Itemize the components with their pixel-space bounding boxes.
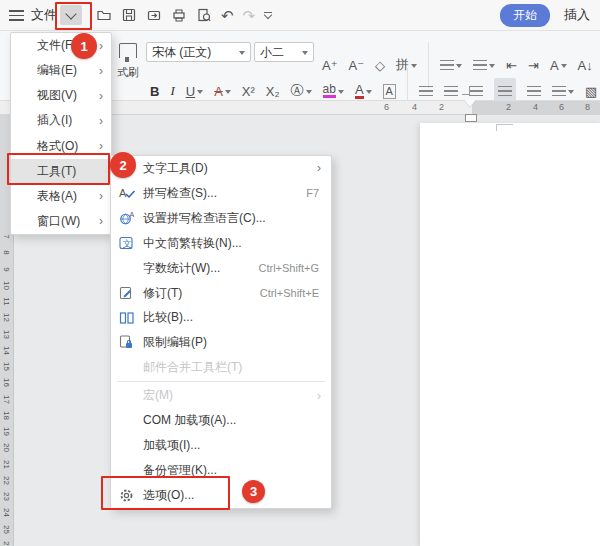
file-menu-item-4[interactable]: 格式(O)› [11, 134, 111, 159]
tools-submenu-item-13[interactable]: 备份管理(K)... [111, 458, 331, 483]
underline-button[interactable]: U [186, 81, 203, 101]
svg-text:A: A [119, 187, 127, 199]
font-size-value: 小二 [260, 44, 284, 61]
font-color-button[interactable]: A [355, 81, 372, 101]
tools-submenu-item-14[interactable]: 选项(O)... [111, 483, 331, 508]
text-boundary-corner-mark [496, 124, 513, 131]
save-icon[interactable] [121, 7, 137, 23]
tools-submenu-item-label: 限制编辑(P) [143, 334, 207, 351]
file-menu-button[interactable]: 文件 [31, 6, 57, 24]
subscript-button[interactable]: X₂ [266, 81, 280, 101]
file-menu-item-7[interactable]: 窗口(W)› [11, 209, 111, 234]
tools-submenu-item-label: 修订(T) [143, 285, 182, 302]
chinese-convert-icon: 文 [119, 235, 141, 251]
file-dropdown-chevron-icon [65, 8, 76, 19]
file-menu-item-label: 表格(A) [37, 188, 77, 205]
vruler-number: 20 [2, 441, 11, 454]
shading-glyph: ▧ [585, 84, 597, 99]
spell-check-icon: A [119, 185, 141, 201]
align-left-button[interactable] [419, 81, 433, 101]
char-effect-button[interactable]: Ⓐ [291, 81, 312, 101]
submenu-arrow-icon: › [99, 190, 103, 202]
format-painter-button[interactable]: 式刷 [108, 43, 148, 80]
tools-submenu-item-label: 文字工具(D) [143, 160, 208, 177]
tools-submenu-item-11[interactable]: COM 加载项(A)... [111, 408, 331, 433]
tools-submenu-item-4[interactable]: 字数统计(W)...Ctrl+Shift+G [111, 256, 331, 281]
no-icon [119, 388, 141, 404]
no-icon [119, 260, 141, 276]
vruler-number: 14 [2, 344, 11, 357]
align-right-icon [469, 86, 483, 96]
tools-submenu-item-5[interactable]: 修订(T)Ctrl+Shift+E [111, 281, 331, 306]
vruler-number: 24 [2, 506, 11, 519]
submenu-arrow-icon: › [99, 215, 103, 227]
align-left-icon [419, 86, 433, 96]
left-indent-icon[interactable] [465, 114, 477, 122]
vruler-number: 10 [2, 279, 11, 292]
track-changes-icon [119, 285, 141, 301]
tools-submenu-item-3[interactable]: 文中文简繁转换(N)... [111, 231, 331, 256]
submenu-arrow-icon: › [99, 140, 103, 152]
menu-icon[interactable] [9, 10, 24, 21]
insert-tab[interactable]: 插入 [564, 6, 590, 24]
vruler-number: 23 [2, 490, 11, 503]
step-badge-3: 3 [242, 480, 265, 503]
superscript-button[interactable]: X² [242, 81, 255, 101]
tools-submenu-item-label: 设置拼写检查语言(C)... [143, 210, 266, 227]
format-painter-icon [119, 43, 137, 58]
indent-marker[interactable] [464, 100, 477, 122]
submenu-arrow-icon: › [317, 390, 321, 402]
menu-separator [117, 381, 325, 382]
more-tools-icon[interactable] [264, 12, 272, 19]
restrict-edit-icon [119, 335, 141, 351]
char-border-glyph: A [383, 84, 396, 99]
step-badge-2: 2 [110, 152, 136, 178]
italic-button[interactable]: I [170, 81, 174, 101]
print-preview-icon[interactable] [196, 7, 212, 23]
document-page[interactable] [420, 123, 600, 546]
vruler-number: 11 [2, 295, 11, 308]
tools-submenu-item-7[interactable]: 限制编辑(P) [111, 330, 331, 355]
file-menu-item-2[interactable]: 视图(V)› [11, 83, 111, 108]
tools-submenu-item-label: 宏(M) [143, 387, 173, 404]
align-center-button[interactable] [444, 81, 458, 101]
file-menu-item-5[interactable]: 工具(T) [11, 159, 111, 184]
export-icon[interactable] [146, 7, 162, 23]
bold-button[interactable]: B [150, 81, 159, 101]
undo-icon[interactable]: ↶ [221, 8, 234, 23]
file-dropdown-button[interactable] [60, 5, 82, 25]
line-spacing-button[interactable] [552, 81, 574, 101]
language-globe-icon: A [119, 210, 141, 226]
file-menu-item-6[interactable]: 表格(A)› [11, 184, 111, 209]
tools-submenu-item-0[interactable]: 文字工具(D)› [111, 156, 331, 181]
shading-button[interactable]: ▧ [585, 81, 597, 101]
first-line-indent-icon[interactable] [464, 100, 476, 113]
file-menu-item-1[interactable]: 编辑(E)› [11, 58, 111, 83]
font-size-select[interactable]: 小二 [254, 42, 314, 62]
char-border-button[interactable]: A [383, 81, 396, 101]
align-right-button[interactable] [469, 81, 483, 101]
font-name-value: 宋体 (正文) [152, 44, 211, 61]
start-button[interactable]: 开始 [500, 4, 550, 27]
vruler-number: 16 [2, 376, 11, 389]
vruler-number: 9 [2, 263, 11, 276]
distribute-button[interactable] [527, 81, 541, 101]
hruler-number: 4 [412, 102, 417, 112]
file-menu-item-3[interactable]: 插入(I)› [11, 108, 111, 133]
step-badge-1: 1 [71, 33, 97, 59]
open-icon[interactable] [96, 7, 112, 23]
tools-submenu-item-6[interactable]: 比较(B)... [111, 306, 331, 331]
tools-submenu-item-label: 拼写检查(S)... [143, 185, 217, 202]
highlight-button[interactable]: ab [323, 81, 344, 101]
submenu-arrow-icon: › [99, 115, 103, 127]
font-name-select[interactable]: 宋体 (正文) [146, 42, 251, 62]
tools-submenu-item-2[interactable]: A设置拼写检查语言(C)... [111, 206, 331, 231]
submenu-arrow-icon: › [99, 65, 103, 77]
print-icon[interactable] [171, 7, 187, 23]
hruler-number: 6 [384, 102, 389, 112]
tools-submenu-item-1[interactable]: A拼写检查(S)...F7 [111, 181, 331, 206]
strikethrough-button[interactable]: A [214, 81, 231, 101]
tools-submenu-item-label: 比较(B)... [143, 309, 193, 326]
tools-submenu-item-12[interactable]: 加载项(I)... [111, 433, 331, 458]
file-menu-item-label: 视图(V) [37, 87, 77, 104]
